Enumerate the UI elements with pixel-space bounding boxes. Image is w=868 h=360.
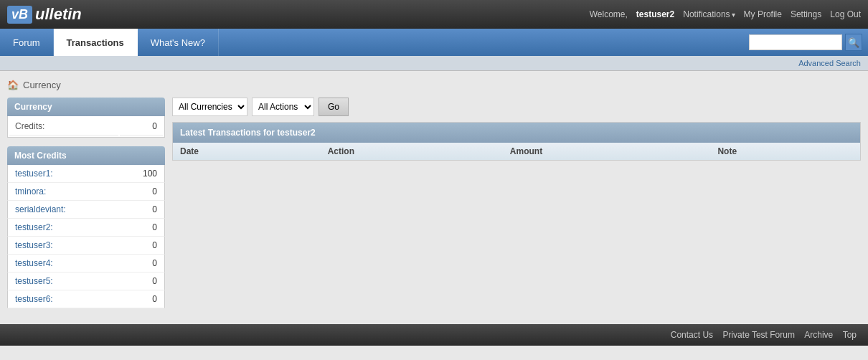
currency-section-header: Currency bbox=[7, 98, 165, 116]
most-credits-count: 0 bbox=[152, 276, 157, 286]
username: testuser2 bbox=[636, 9, 674, 19]
most-credits-user-link[interactable]: testuser1: bbox=[15, 169, 53, 179]
main-panel: All Currencies All Actions Go Latest Tra… bbox=[172, 98, 861, 161]
header: vB ulletin Welcome, testuser2 Notificati… bbox=[0, 0, 868, 29]
footer-contact-link[interactable]: Contact Us bbox=[671, 330, 713, 340]
most-credits-user-link[interactable]: tminora: bbox=[15, 186, 46, 196]
filter-bar: All Currencies All Actions Go bbox=[172, 98, 861, 116]
footer-archive-link[interactable]: Archive bbox=[804, 330, 833, 340]
most-credits-user-link[interactable]: serialdeviant: bbox=[15, 204, 66, 214]
logo-icon: vB bbox=[7, 6, 32, 24]
notifications-dropdown[interactable]: Notifications ▾ bbox=[683, 9, 735, 19]
footer-top-link[interactable]: Top bbox=[843, 330, 857, 340]
most-credits-user-link[interactable]: testuser5: bbox=[15, 276, 53, 286]
most-credits-count: 0 bbox=[152, 186, 157, 196]
user-nav: Welcome, testuser2 Notifications ▾ My Pr… bbox=[590, 9, 861, 19]
transactions-col-headers: Date Action Amount Note bbox=[173, 143, 861, 161]
most-credits-item: testuser6:0 bbox=[7, 290, 165, 308]
content-layout: Currency Credits: 0 Most Credits testuse… bbox=[7, 98, 861, 308]
col-date: Date bbox=[173, 143, 321, 161]
transactions-header-row: Latest Transactions for testuser2 bbox=[173, 123, 861, 143]
navbar: Forum Transactions What's New? 🔍 bbox=[0, 29, 868, 56]
credits-row: Credits: 0 bbox=[9, 118, 163, 136]
search-input[interactable] bbox=[749, 34, 842, 50]
most-credits-item: tminora:0 bbox=[7, 183, 165, 201]
most-credits-item: testuser1:100 bbox=[7, 165, 165, 183]
credits-label: Credits: bbox=[9, 118, 118, 136]
most-credits-user-link[interactable]: testuser4: bbox=[15, 258, 53, 268]
col-action: Action bbox=[321, 143, 503, 161]
main-content: 🏠 Currency Currency Credits: 0 Most Cred… bbox=[0, 71, 868, 317]
logo-text: ulletin bbox=[35, 5, 82, 24]
go-button[interactable]: Go bbox=[319, 98, 349, 116]
most-credits-item: serialdeviant:0 bbox=[7, 201, 165, 219]
home-icon: 🏠 bbox=[7, 80, 19, 90]
settings-link[interactable]: Settings bbox=[791, 9, 821, 19]
search-button[interactable]: 🔍 bbox=[845, 34, 862, 51]
nav-tabs: Forum Transactions What's New? bbox=[0, 29, 219, 56]
most-credits-count: 0 bbox=[152, 240, 157, 250]
logo: vB ulletin bbox=[7, 5, 82, 24]
footer: Contact Us Private Test Forum Archive To… bbox=[0, 324, 868, 346]
notifications-arrow-icon: ▾ bbox=[732, 11, 735, 19]
advanced-search-bar: Advanced Search bbox=[0, 56, 868, 71]
breadcrumb: 🏠 Currency bbox=[7, 80, 861, 90]
currency-filter[interactable]: All Currencies bbox=[172, 98, 247, 116]
transactions-title: Latest Transactions for testuser2 bbox=[173, 123, 861, 143]
col-note: Note bbox=[710, 143, 860, 161]
nav-search: 🔍 bbox=[743, 29, 868, 56]
tab-transactions[interactable]: Transactions bbox=[54, 29, 138, 56]
transactions-table: Latest Transactions for testuser2 Date A… bbox=[172, 122, 861, 161]
most-credits-count: 0 bbox=[152, 258, 157, 268]
notifications-label: Notifications bbox=[683, 9, 730, 19]
most-credits-section-header: Most Credits bbox=[7, 146, 165, 165]
tab-forum[interactable]: Forum bbox=[0, 29, 54, 56]
most-credits-item: testuser3:0 bbox=[7, 237, 165, 255]
most-credits-count: 0 bbox=[152, 204, 157, 214]
most-credits-count: 0 bbox=[152, 294, 157, 304]
credits-value: 0 bbox=[120, 118, 163, 136]
sidebar: Currency Credits: 0 Most Credits testuse… bbox=[7, 98, 165, 308]
welcome-text: Welcome, bbox=[590, 9, 628, 19]
most-credits-user-link[interactable]: testuser3: bbox=[15, 240, 53, 250]
advanced-search-link[interactable]: Advanced Search bbox=[798, 59, 861, 67]
most-credits-list: testuser1:100tminora:0serialdeviant:0tes… bbox=[7, 165, 165, 308]
logout-link[interactable]: Log Out bbox=[830, 9, 861, 19]
tab-whats-new[interactable]: What's New? bbox=[138, 29, 219, 56]
footer-private-test-forum-link[interactable]: Private Test Forum bbox=[722, 330, 794, 340]
currency-table: Credits: 0 bbox=[7, 116, 165, 138]
most-credits-user-link[interactable]: testuser6: bbox=[15, 294, 53, 304]
most-credits-count: 0 bbox=[152, 222, 157, 232]
my-profile-link[interactable]: My Profile bbox=[744, 9, 782, 19]
col-amount: Amount bbox=[503, 143, 711, 161]
breadcrumb-section: Currency bbox=[23, 80, 61, 90]
most-credits-count: 100 bbox=[143, 169, 157, 179]
most-credits-item: testuser2:0 bbox=[7, 219, 165, 237]
most-credits-item: testuser4:0 bbox=[7, 255, 165, 273]
action-filter[interactable]: All Actions bbox=[252, 98, 314, 116]
most-credits-user-link[interactable]: testuser2: bbox=[15, 222, 53, 232]
most-credits-item: testuser5:0 bbox=[7, 273, 165, 290]
